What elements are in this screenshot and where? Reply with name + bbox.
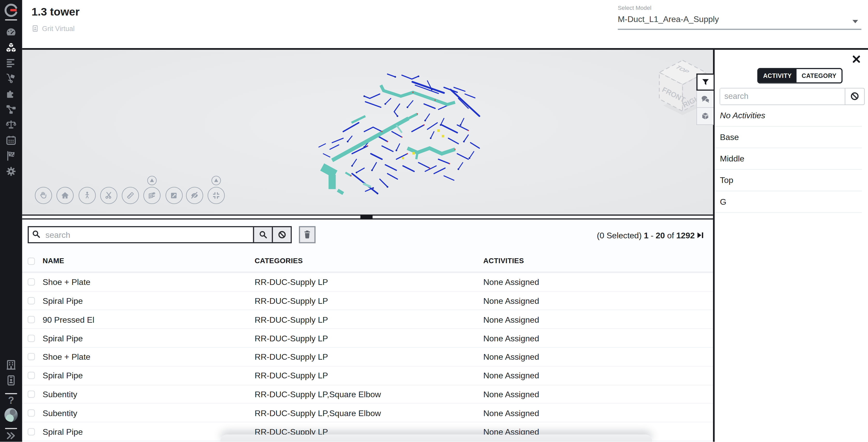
close-panel-button[interactable]: [852, 54, 861, 63]
isolate-box-button[interactable]: [143, 186, 160, 204]
activity-item[interactable]: G: [714, 191, 862, 212]
pan-tool-button[interactable]: [35, 186, 52, 204]
table-search-input[interactable]: [29, 227, 253, 242]
row-checkbox[interactable]: [28, 353, 35, 361]
table-row[interactable]: SubentityRR-DUC-Supply LP,Square ElbowNo…: [22, 404, 713, 422]
select-all-checkbox[interactable]: [28, 258, 35, 265]
table-search-group: [28, 226, 292, 243]
activity-item[interactable]: Base: [714, 126, 862, 148]
sidebar-divider: [5, 428, 17, 429]
column-header-activities[interactable]: ACTIVITIES: [483, 257, 524, 265]
milestones-flag-icon[interactable]: [4, 149, 18, 163]
comments-button[interactable]: [696, 91, 713, 108]
duct-model-3d[interactable]: [299, 65, 482, 195]
table-row[interactable]: Spiral PipeRR-DUC-Supply LPNone Assigned: [22, 367, 713, 385]
table-row[interactable]: 90 Pressed ElRR-DUC-Supply LPNone Assign…: [22, 310, 713, 329]
company-building-icon[interactable]: [4, 358, 18, 371]
trash-icon: [303, 230, 311, 239]
help-icon[interactable]: ?: [4, 394, 18, 407]
first-person-button[interactable]: [78, 186, 95, 204]
activity-list-icon[interactable]: [4, 57, 18, 70]
total-count: 1292: [676, 230, 695, 240]
hide-objects-button[interactable]: [186, 186, 203, 204]
table-header-row: NAME CATEGORIES ACTIVITIES: [22, 251, 713, 271]
activity-item[interactable]: Top: [714, 170, 862, 191]
block-icon: [850, 92, 859, 101]
search-icon: [32, 230, 40, 238]
panel-search-input[interactable]: [720, 88, 845, 104]
delete-button[interactable]: [299, 226, 316, 243]
tab-category[interactable]: CATEGORY: [797, 69, 841, 82]
select-underline: [618, 29, 861, 30]
contact-card-icon[interactable]: [4, 374, 18, 387]
last-page-icon[interactable]: [697, 232, 704, 239]
filter-icon: [701, 77, 710, 87]
clear-search-button[interactable]: [272, 227, 291, 242]
dashboard-gauge-icon[interactable]: [4, 25, 18, 39]
table-row[interactable]: Spiral PipeRR-DUC-Supply LPNone Assigned: [22, 292, 713, 310]
integrations-puzzle-icon[interactable]: [4, 88, 18, 101]
home-view-button[interactable]: [56, 186, 73, 204]
section-cut-button[interactable]: [100, 186, 117, 204]
expand-sidebar-icon[interactable]: [4, 430, 18, 442]
panel-clear-button[interactable]: [844, 88, 864, 104]
filter-tabs: ACTIVITY CATEGORY: [757, 68, 843, 83]
settings-gear-icon[interactable]: [4, 165, 18, 178]
tab-activity[interactable]: ACTIVITY: [758, 69, 797, 82]
project-name: Grit Virtual: [42, 25, 74, 32]
column-header-categories[interactable]: CATEGORIES: [255, 257, 303, 265]
bottom-sheet-shadow: [220, 435, 652, 442]
model-select-value: M-Duct_L1_Area-A_Supply: [618, 14, 719, 24]
table-row[interactable]: Spiral PipeRR-DUC-Supply LPNone Assigned: [22, 329, 713, 348]
row-checkbox[interactable]: [28, 297, 35, 304]
model-browser-button[interactable]: [696, 108, 713, 125]
logistics-dolly-icon[interactable]: [4, 72, 18, 85]
activity-list: No Activities Base Middle Top G: [714, 105, 862, 213]
schedule-calendar-icon[interactable]: [4, 134, 18, 147]
row-checkbox[interactable]: [28, 372, 35, 379]
cube-icon: [700, 111, 710, 121]
row-checkbox[interactable]: [28, 335, 35, 342]
block-icon: [278, 230, 286, 239]
range-start: 1: [644, 230, 649, 240]
row-checkbox[interactable]: [28, 428, 35, 435]
table-search-button[interactable]: [253, 227, 272, 242]
model-viewport[interactable]: TOP FRONT RIGHT: [22, 49, 713, 214]
fit-view-options-button[interactable]: [211, 175, 221, 185]
compare-scales-icon[interactable]: [4, 118, 18, 132]
left-sidebar: ?: [0, 0, 22, 442]
horizontal-splitter[interactable]: [22, 214, 713, 219]
grit-logo-icon[interactable]: [4, 3, 18, 16]
user-avatar[interactable]: [4, 408, 18, 421]
filter-panel: ACTIVITY CATEGORY No Activities Base Mid…: [714, 49, 868, 442]
table-row[interactable]: Shoe + PlateRR-DUC-Supply LPNone Assigne…: [22, 273, 713, 292]
model-cubes-icon[interactable]: [4, 41, 18, 54]
row-checkbox[interactable]: [28, 278, 35, 286]
viewport-side-tools: [696, 73, 713, 125]
model-select-label: Select Model: [618, 4, 651, 11]
activity-item[interactable]: Middle: [714, 148, 862, 170]
row-checkbox[interactable]: [28, 390, 35, 398]
row-checkbox[interactable]: [28, 316, 35, 323]
fit-view-button[interactable]: [207, 186, 224, 204]
chevron-down-icon: [852, 20, 858, 23]
table-row[interactable]: SubentityRR-DUC-Supply LP,Square ElbowNo…: [22, 385, 713, 404]
pagination: (0 Selected) 1 - 20 of 1292: [597, 230, 704, 240]
fullscreen-button[interactable]: [165, 186, 182, 204]
no-activities-option[interactable]: No Activities: [714, 105, 862, 126]
table-row[interactable]: Shoe + PlateRR-DUC-Supply LPNone Assigne…: [22, 348, 713, 367]
measure-button[interactable]: [122, 186, 138, 204]
isolate-options-button[interactable]: [147, 175, 156, 185]
app-root: ? 1.3 tower Grit Virtual Select Model M-…: [0, 0, 868, 442]
model-select[interactable]: Select Model M-Duct_L1_Area-A_Supply: [618, 0, 861, 33]
row-checkbox[interactable]: [28, 409, 35, 417]
viewport-top-border: [22, 48, 868, 49]
avatar-photo: [4, 408, 18, 421]
close-icon: [852, 55, 860, 63]
work-structure-icon[interactable]: [4, 103, 18, 116]
filter-button[interactable]: [696, 73, 713, 91]
top-header: 1.3 tower Grit Virtual Select Model M-Du…: [22, 0, 868, 48]
column-header-name[interactable]: NAME: [43, 257, 64, 265]
sidebar-divider: [5, 20, 17, 21]
range-end: 20: [656, 230, 665, 240]
